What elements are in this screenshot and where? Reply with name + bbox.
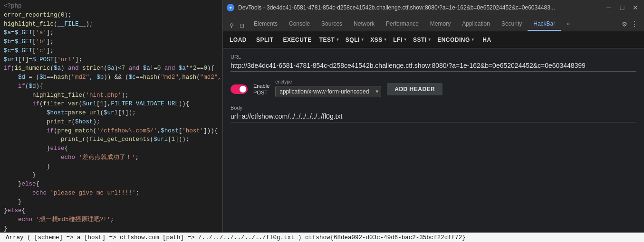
code-line: echo 'please give me url!!!!';	[4, 189, 219, 198]
code-line: $c=$_GET['c'];	[4, 47, 219, 56]
load-button[interactable]: LOAD	[225, 35, 251, 45]
body-section: Body url=a://ctfshow.com/../../../../../…	[231, 105, 636, 122]
browser-favicon	[227, 4, 234, 11]
minimize-button[interactable]: ─	[604, 3, 614, 12]
maximize-button[interactable]: □	[617, 3, 627, 12]
code-line: error_reporting(0);	[4, 11, 219, 20]
code-line: $b=$_GET['b'];	[4, 37, 219, 47]
more-options-icon[interactable]: ⋮	[631, 19, 638, 29]
code-line: if(filter_var($url[1],FILTER_VALIDATE_UR…	[4, 100, 219, 109]
tab-console[interactable]: Console	[283, 18, 316, 31]
enable-label: Enable	[253, 83, 269, 89]
tab-sources[interactable]: Sources	[316, 18, 348, 31]
devtools-tab-icons-left[interactable]: ⚲	[227, 22, 237, 31]
body-label: Body	[231, 105, 636, 111]
url-label: URL	[231, 54, 636, 60]
enctype-label: enctype	[275, 79, 292, 84]
tab-performance[interactable]: Performance	[380, 18, 424, 31]
code-panel: <?php error_reporting(0); highlight_file…	[0, 0, 222, 233]
post-label: POST	[253, 89, 269, 96]
hackbar-content: URL http://3de4dc41-6581-4781-854c-d258c…	[223, 48, 644, 233]
ssti-arrow: ▼	[428, 37, 432, 42]
devtools-title: DevTools - 3de4dc41-6581-4781-854c-d258c…	[238, 4, 600, 11]
code-line: highlight_file('hint.php');	[4, 91, 219, 100]
enable-post-label: Enable POST	[253, 83, 269, 96]
url-section: URL http://3de4dc41-6581-4781-854c-d258c…	[231, 54, 636, 72]
tab-more[interactable]: »	[561, 18, 576, 31]
tab-security[interactable]: Security	[496, 18, 528, 31]
code-line: print_r($host);	[4, 118, 219, 127]
enctype-select[interactable]: application/x-www-form-urlencoded multip…	[275, 86, 381, 97]
xss-arrow: ▼	[384, 37, 387, 42]
lfi-arrow: ▼	[404, 37, 407, 42]
enctype-wrapper: enctype application/x-www-form-urlencode…	[275, 86, 381, 97]
output-text: Array ( [scheme] => a [host] => ctfshow.…	[6, 234, 466, 241]
code-line: <?php	[4, 2, 219, 11]
svg-point-1	[230, 7, 231, 9]
code-line: highlight_file(__FILE__);	[4, 20, 219, 29]
encoding-dropdown[interactable]: ENCODING ▼	[434, 35, 478, 45]
devtools-inspect-icon[interactable]: ⊡	[238, 22, 246, 31]
code-line: if(is_numeric($a) and strlen($a)<7 and $…	[4, 64, 219, 73]
enable-post-toggle[interactable]	[231, 84, 248, 94]
bottom-output: Array ( [scheme] => a [host] => ctfshow.…	[0, 233, 644, 242]
hackbar-toolbar: LOAD SPLIT EXECUTE TEST ▼ SQLI ▼ XSS ▼ L…	[223, 31, 644, 48]
close-button[interactable]: ✕	[631, 3, 640, 12]
code-line: }	[4, 171, 219, 180]
code-line: }	[4, 162, 219, 171]
lfi-dropdown[interactable]: LFI ▼	[390, 35, 410, 45]
sqli-dropdown[interactable]: SQLI ▼	[343, 35, 367, 45]
code-line: echo '差点点就成功了！';	[4, 153, 219, 162]
code-line: $url[1]=$_POST['url'];	[4, 56, 219, 65]
devtools-panel: DevTools - 3de4dc41-6581-4781-854c-d258c…	[222, 0, 644, 233]
devtools-tabs-bar: ⚲ ⊡ Elements Console Sources Network Per…	[223, 15, 644, 31]
code-line: }else{	[4, 206, 219, 215]
ssti-dropdown[interactable]: SSTI ▼	[410, 35, 434, 45]
window-controls: ─ □ ✕	[604, 3, 640, 12]
tab-hackbar[interactable]: HackBar	[528, 18, 561, 31]
post-section: Enable POST enctype application/x-www-fo…	[231, 81, 636, 97]
code-line: if(preg_match('/ctfshow\.com$/',$host['h…	[4, 127, 219, 136]
xss-dropdown[interactable]: XSS ▼	[367, 35, 390, 45]
code-line: }	[4, 198, 219, 207]
tab-network[interactable]: Network	[348, 18, 380, 31]
tab-elements[interactable]: Elements	[248, 18, 283, 31]
code-line: }	[4, 224, 219, 233]
code-line: if($d){	[4, 82, 219, 91]
code-line: }else{	[4, 144, 219, 153]
code-line: $host=parse_url($url[1]);	[4, 109, 219, 118]
code-line: print_r(file_get_contents($url[1]));	[4, 135, 219, 144]
code-line: echo '想一想md5碰撞原理吧?!';	[4, 215, 219, 224]
code-line: $d = ($b==hash("md2", $b)) && ($c==hash(…	[4, 73, 219, 82]
ha-button[interactable]: HA	[478, 35, 496, 45]
code-line: $a=$_GET['a'];	[4, 28, 219, 37]
add-header-button[interactable]: ADD HEADER	[387, 83, 442, 95]
test-dropdown[interactable]: TEST ▼	[317, 35, 343, 45]
test-arrow: ▼	[336, 37, 339, 42]
url-value[interactable]: http://3de4dc41-6581-4781-854c-d258ce415…	[231, 62, 636, 72]
code-line: }else{	[4, 180, 219, 189]
execute-button[interactable]: EXECUTE	[279, 35, 317, 45]
tab-memory[interactable]: Memory	[424, 18, 456, 31]
tab-application[interactable]: Application	[456, 18, 496, 31]
devtools-titlebar: DevTools - 3de4dc41-6581-4781-854c-d258c…	[223, 0, 644, 15]
settings-icon[interactable]: ⚙	[622, 19, 627, 29]
body-value[interactable]: url=a://ctfshow.com/../../../../../../fl…	[231, 112, 636, 122]
sqli-arrow: ▼	[361, 37, 365, 42]
split-button[interactable]: SPLIT	[251, 35, 279, 45]
encoding-arrow: ▼	[471, 37, 475, 42]
